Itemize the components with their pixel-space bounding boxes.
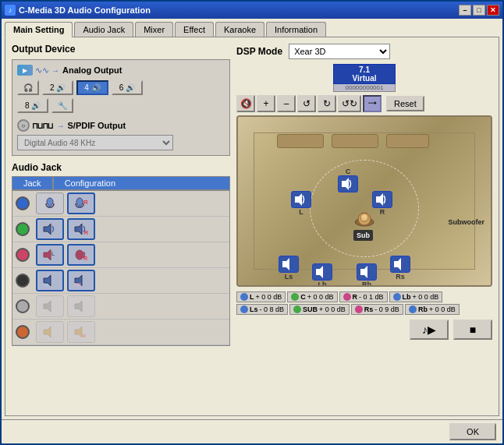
stop-button[interactable]: ■ [453, 320, 492, 340]
window-title: C-Media 3D Audio Configuration [19, 5, 459, 15]
analog-output-row: ▶ ∿∿ → Analog Output [17, 65, 225, 76]
close-button[interactable]: ✕ [487, 5, 499, 16]
tab-audio-jack[interactable]: Audio Jack [74, 22, 133, 37]
mute-button[interactable]: 🔇 [236, 95, 255, 112]
meter-Rs: Rs - 0 9 dB [351, 304, 403, 315]
speaker-Lb[interactable]: Lb [312, 263, 332, 287]
jack-icon-spk-left[interactable] [36, 218, 64, 240]
output-device-box: ▶ ∿∿ → Analog Output 🎧 2 🔊 4 🔊 6 🔊 8 🔊 [12, 59, 230, 156]
svg-text:L: L [51, 251, 55, 256]
svg-text:R: R [84, 230, 88, 235]
transport-row: ♪ ▶ ■ [236, 320, 492, 340]
meter-value-R: - 0 1 dB [359, 293, 384, 301]
svg-marker-5 [44, 224, 51, 235]
tab-karaoke[interactable]: Karaoke [215, 22, 264, 37]
dsp-label: DSP Mode [236, 46, 282, 57]
jack-icon-pink2[interactable]: R [67, 244, 95, 266]
jack-dot-orange [16, 325, 30, 339]
rotate-right-button[interactable]: ↻ [318, 95, 336, 112]
sofa-right [386, 134, 429, 148]
speaker-Ls[interactable]: Ls [279, 256, 299, 281]
jack-tab-configuration[interactable]: Configuration [53, 176, 230, 190]
jack-tab-row: Jack Configuration [12, 176, 230, 190]
2ch-button[interactable]: 2 🔊 [42, 80, 73, 95]
jack-icon-orange2[interactable]: R [67, 321, 95, 343]
svg-marker-19 [75, 327, 82, 337]
tab-effect[interactable]: Effect [175, 22, 214, 37]
spdif-wave-icon: ⊓⊔⊓⊔ [33, 121, 54, 131]
dsp-select[interactable]: Xear 3D None Concert Hall [289, 44, 390, 59]
tab-main-setting[interactable]: Main Setting [5, 22, 73, 37]
config-button[interactable]: 🔧 [51, 98, 73, 113]
jack-icons-6: R [36, 321, 226, 343]
svg-point-2 [76, 198, 83, 206]
label-C: C [338, 168, 358, 175]
speaker-Sub[interactable]: Sub [353, 230, 373, 241]
meter-dot-SUB [293, 305, 301, 313]
meters-row-1: L + 0 0 dB C + 0 0 dB R - 0 1 dB Lb + 0 … [236, 291, 492, 302]
sofa-center [332, 134, 378, 148]
jack-tab-jack[interactable]: Jack [12, 176, 53, 190]
6ch-button[interactable]: 6 🔊 [112, 80, 143, 95]
svg-point-0 [47, 198, 53, 206]
jack-dot-pink [16, 248, 30, 262]
left-panel: Output Device ▶ ∿∿ → Analog Output 🎧 [12, 44, 230, 409]
ok-button[interactable]: OK [449, 423, 496, 440]
speaker-Rs[interactable]: Rs [390, 256, 410, 281]
cursor-button[interactable]: ⭢ [363, 95, 382, 112]
meter-C: C + 0 0 dB [287, 291, 337, 302]
jack-icon-black1[interactable]: Ls [36, 270, 64, 291]
tab-mixer[interactable]: Mixer [135, 22, 173, 37]
tab-information[interactable]: Information [266, 22, 326, 37]
speaker-buttons-2: 8 🔊 🔧 [17, 98, 225, 113]
spdif-select[interactable]: Digital Audio 48 KHz [17, 135, 173, 150]
jack-icon-gray2[interactable] [67, 295, 95, 317]
jack-icon-spk-right[interactable]: R [67, 218, 95, 240]
speaker-Rb[interactable]: Rb [357, 263, 377, 287]
jack-icon-black2[interactable]: RS [67, 270, 95, 291]
output-device-title: Output Device [12, 44, 230, 55]
label-Rs: Rs [390, 273, 410, 281]
jack-icons-3: L R [36, 244, 226, 266]
rotate-left-button[interactable]: ↺ [297, 95, 316, 112]
jack-icon-pink1[interactable]: L [36, 244, 64, 266]
reset-button[interactable]: Reset [386, 96, 424, 111]
subwoofer-label: Subwoofer [449, 218, 485, 226]
minimize-button[interactable]: – [459, 5, 471, 16]
headphone-button[interactable]: 🎧 [17, 80, 39, 95]
meter-label-R: R [353, 293, 358, 301]
8ch-button[interactable]: 8 🔊 [17, 98, 48, 113]
speaker-R[interactable]: R [372, 191, 392, 216]
maximize-button[interactable]: □ [473, 5, 485, 16]
label-R: R [372, 208, 392, 216]
jack-icon-gray1[interactable] [36, 295, 64, 317]
speaker-C[interactable]: C [338, 168, 358, 192]
virtual-71-badge: 7.1 Virtual [333, 64, 396, 84]
jack-icon-mic2[interactable]: R [67, 192, 95, 214]
jack-icon-mic1[interactable] [36, 192, 64, 214]
meter-Lb: Lb + 0 0 dB [389, 291, 443, 302]
meter-value-SUB: + 0 0 dB [319, 305, 346, 313]
meter-Ls: Ls - 0 8 dB [236, 304, 288, 315]
meter-value-L: + 0 0 dB [256, 293, 282, 301]
plus-button[interactable]: + [257, 95, 275, 112]
jack-row-green: R [12, 217, 229, 242]
meter-dot-Ls [240, 305, 248, 313]
spdif-label: S/PDIF Output [68, 121, 126, 130]
rotate-both-button[interactable]: ↺↻ [338, 95, 361, 112]
meter-label-Lb: Lb [403, 293, 411, 301]
app-icon: ♪ [5, 5, 16, 16]
meter-dot-C [291, 293, 299, 301]
wave-symbol: ∿∿ [35, 65, 49, 76]
speaker-L[interactable]: L [291, 191, 311, 216]
meter-dot-Lb [393, 293, 401, 301]
minus-button[interactable]: – [277, 95, 296, 112]
spdif-circle-icon: ○ [17, 119, 30, 132]
jack-dot-gray [16, 299, 30, 313]
jack-icon-orange1[interactable] [36, 321, 64, 343]
sub-label: Sub [353, 230, 373, 241]
analog-output-label: Analog Output [62, 65, 122, 75]
play-button[interactable]: ♪ ▶ [410, 320, 449, 340]
4ch-button[interactable]: 4 🔊 [76, 80, 108, 95]
title-bar: ♪ C-Media 3D Audio Configuration – □ ✕ [2, 2, 502, 19]
